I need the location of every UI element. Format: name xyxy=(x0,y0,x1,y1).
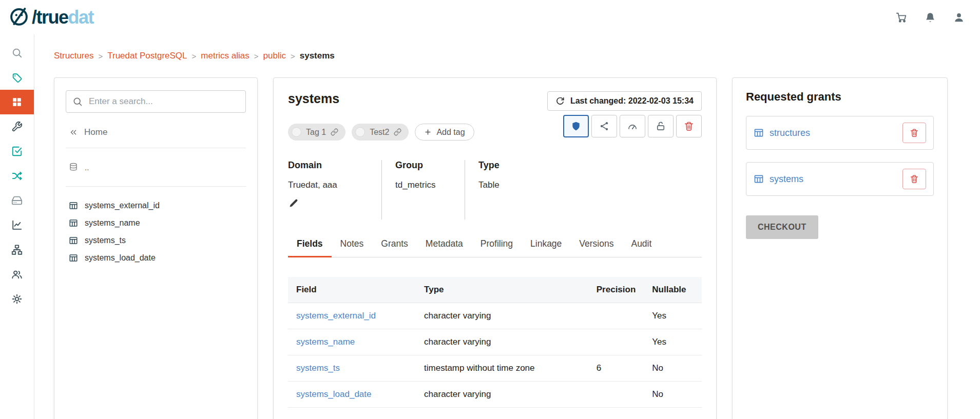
tree-field-label: systems_ts xyxy=(85,236,126,245)
tree-home-label: Home xyxy=(84,127,107,137)
notifications-button[interactable] xyxy=(925,12,936,23)
breadcrumb-link-schema[interactable]: public xyxy=(263,51,286,61)
field-type: timestamp without time zone xyxy=(416,355,588,382)
breadcrumb-link-database[interactable]: metrics alias xyxy=(201,51,249,61)
trash-icon xyxy=(910,128,919,137)
sidebar-item-search[interactable] xyxy=(0,41,34,65)
field-precision xyxy=(588,382,644,408)
field-link[interactable]: systems_load_date xyxy=(296,389,371,399)
tab-audit[interactable]: Audit xyxy=(622,232,660,257)
topbar-actions xyxy=(896,12,965,23)
tree-field-item[interactable]: systems_external_id xyxy=(66,197,246,214)
tag-pill[interactable]: Tag 1 xyxy=(288,124,345,141)
detail-tabs: Fields Notes Grants Metadata Profiling L… xyxy=(288,232,702,257)
field-link[interactable]: systems_ts xyxy=(296,363,340,373)
sidebar-item-analytics[interactable] xyxy=(0,213,34,237)
profiling-button[interactable] xyxy=(620,115,645,137)
type-label: Type xyxy=(478,160,499,171)
tree-parent-item[interactable]: .. xyxy=(66,158,246,176)
trash-icon xyxy=(910,174,919,184)
check-square-icon xyxy=(11,146,23,157)
link-icon[interactable] xyxy=(394,128,401,136)
checkout-button[interactable]: CHECKOUT xyxy=(746,215,818,239)
field-type: character varying xyxy=(416,329,588,355)
last-changed-label: Last changed: 2022-02-03 15:34 xyxy=(570,96,694,106)
column-header-precision: Precision xyxy=(588,277,644,303)
user-menu-button[interactable] xyxy=(953,12,965,23)
link-icon[interactable] xyxy=(331,128,338,136)
column-header-field: Field xyxy=(288,277,416,303)
chevrons-left-icon xyxy=(69,128,78,137)
tree-field-label: systems_load_date xyxy=(85,253,156,263)
table-row: systems_load_date character varying No xyxy=(288,382,702,408)
sidebar-item-quality[interactable] xyxy=(0,139,34,164)
requested-grants-panel: Requested grants structures xyxy=(732,77,948,419)
field-type: character varying xyxy=(416,382,588,408)
app-logo[interactable]: /truedat xyxy=(8,6,93,29)
tab-versions[interactable]: Versions xyxy=(570,232,622,257)
sidebar-item-groups[interactable] xyxy=(0,262,34,287)
table-icon xyxy=(754,128,764,138)
protect-button[interactable] xyxy=(563,115,589,137)
group-label: Group xyxy=(395,160,448,171)
sidebar-item-catalog[interactable] xyxy=(0,90,34,114)
tree-field-item[interactable]: systems_load_date xyxy=(66,249,246,267)
wrench-icon xyxy=(11,121,23,132)
bell-icon xyxy=(925,12,936,23)
sidebar-item-relations[interactable] xyxy=(0,164,34,188)
remove-grant-button[interactable] xyxy=(902,169,926,189)
sidebar-item-tags[interactable] xyxy=(0,65,34,90)
tag-pill[interactable]: Test2 xyxy=(352,124,409,141)
tab-fields[interactable]: Fields xyxy=(288,232,332,257)
logo-wordmark: /truedat xyxy=(32,8,93,27)
share-icon xyxy=(599,121,609,131)
breadcrumb-separator: > xyxy=(98,52,103,61)
sidebar-item-storage[interactable] xyxy=(0,188,34,213)
tab-metadata[interactable]: Metadata xyxy=(417,232,472,257)
divider xyxy=(66,186,246,187)
add-tag-label: Add tag xyxy=(436,128,465,137)
breadcrumb-current: systems xyxy=(300,51,335,61)
share-button[interactable] xyxy=(591,115,617,137)
tree-field-item[interactable]: systems_ts xyxy=(66,232,246,249)
add-tag-button[interactable]: Add tag xyxy=(415,124,474,141)
sidebar-item-admin-tools[interactable] xyxy=(0,114,34,139)
plus-icon xyxy=(424,128,432,136)
tab-linkage[interactable]: Linkage xyxy=(522,232,570,257)
grant-item: structures xyxy=(746,116,934,150)
tab-notes[interactable]: Notes xyxy=(332,232,373,257)
grant-link-label: structures xyxy=(770,128,810,138)
table-column-icon xyxy=(69,253,78,263)
search-input[interactable] xyxy=(66,90,246,113)
tree-field-item[interactable]: systems_name xyxy=(66,214,246,232)
unlock-icon xyxy=(656,121,666,131)
group-value: td_metrics xyxy=(395,180,448,190)
truedat-logo-icon xyxy=(8,6,30,29)
unlock-button[interactable] xyxy=(648,115,674,137)
field-precision: 6 xyxy=(588,355,644,382)
edit-domain-button[interactable] xyxy=(288,197,299,209)
tree-home-button[interactable]: Home xyxy=(69,127,107,137)
search-icon xyxy=(11,47,23,58)
grant-link-systems[interactable]: systems xyxy=(754,174,803,185)
delete-structure-button[interactable] xyxy=(676,115,702,137)
remove-grant-button[interactable] xyxy=(902,123,926,143)
refresh-button[interactable] xyxy=(555,96,565,106)
field-nullable: Yes xyxy=(644,329,702,355)
field-link[interactable]: systems_external_id xyxy=(296,311,376,321)
breadcrumb-link-structures[interactable]: Structures xyxy=(54,51,93,61)
top-bar: /truedat xyxy=(0,0,980,34)
grant-link-label: systems xyxy=(770,174,803,185)
breadcrumb-separator: > xyxy=(192,52,197,61)
table-row: systems_ts timestamp without time zone 6… xyxy=(288,355,702,382)
tree-field-label: systems_name xyxy=(85,218,140,228)
cart-button[interactable] xyxy=(896,12,907,23)
tab-profiling[interactable]: Profiling xyxy=(472,232,522,257)
field-link[interactable]: systems_name xyxy=(296,337,355,347)
sidebar-item-lineage[interactable] xyxy=(0,237,34,262)
breadcrumb-link-system[interactable]: Truedat PostgreSQL xyxy=(107,51,187,61)
grant-link-structures[interactable]: structures xyxy=(754,128,810,138)
tab-grants[interactable]: Grants xyxy=(372,232,417,257)
sidebar-item-settings[interactable] xyxy=(0,287,34,311)
column-header-nullable: Nullable xyxy=(644,277,702,303)
